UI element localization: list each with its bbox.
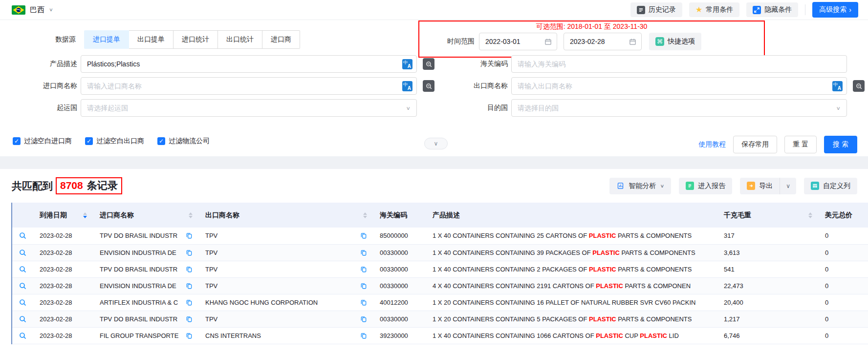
column-header-hs: 海关编码 xyxy=(373,203,426,228)
cell-importer-name: ENVISION INDUSTRIA DE xyxy=(93,244,198,261)
row-detail-search-icon[interactable] xyxy=(12,228,33,244)
checkbox-checked-icon[interactable]: ✓ xyxy=(85,137,93,145)
cell-arrival-date: 2023-02-28 xyxy=(33,327,93,344)
cell-arrival-date: 2023-02-28 xyxy=(33,277,93,294)
sort-carets-icon[interactable] xyxy=(804,212,812,218)
dest-country-input[interactable] xyxy=(518,104,836,112)
column-header-importer[interactable]: 进口商名称 xyxy=(93,203,198,228)
start-date-input[interactable]: 2022-03-01 xyxy=(479,33,557,50)
collapse-form-button[interactable]: ∨ xyxy=(424,138,448,149)
copy-icon[interactable] xyxy=(360,266,367,273)
row-detail-search-icon[interactable] xyxy=(12,327,33,344)
table-row[interactable]: 2023-02-28ENVISION INDUSTRIA DETPV003300… xyxy=(12,277,868,294)
copy-icon[interactable] xyxy=(186,266,193,273)
sort-carets-icon[interactable] xyxy=(359,212,367,218)
copy-icon[interactable] xyxy=(360,299,367,306)
datasource-tab[interactable]: 进口商 xyxy=(262,30,300,49)
datasource-tab[interactable]: 出口提单 xyxy=(129,30,174,49)
copy-icon[interactable] xyxy=(186,315,193,323)
row-detail-search-icon[interactable] xyxy=(12,277,33,294)
row-detail-search-icon[interactable] xyxy=(12,261,33,277)
copy-icon[interactable] xyxy=(186,332,193,339)
filter-checkbox[interactable]: ✓过滤物流公司 xyxy=(157,137,210,146)
table-row[interactable]: 2023-02-28FIL GROUP TRANSPORTECNS INTERT… xyxy=(12,327,868,344)
copy-icon[interactable] xyxy=(360,282,367,290)
checkbox-checked-icon[interactable]: ✓ xyxy=(157,137,165,145)
cell-importer-name-text: FIL GROUP TRANSPORTE xyxy=(100,332,178,339)
copy-icon[interactable] xyxy=(186,249,193,256)
enter-report-button[interactable]: 进入报告 xyxy=(679,178,732,194)
table-row[interactable]: 2023-02-28TPV DO BRASIL INDUSTRTPV850000… xyxy=(12,228,868,244)
count-number: 8708 xyxy=(60,180,83,191)
cell-importer-name-text: ARTIFLEX INDUSTRIA & C xyxy=(100,299,178,306)
smart-analysis-button[interactable]: 智能分析 ∨ xyxy=(609,178,671,194)
column-header-exporter[interactable]: 出口商名称 xyxy=(198,203,373,228)
translate-icon[interactable]: 中A xyxy=(402,81,412,91)
tutorial-link[interactable]: 使用教程 xyxy=(698,140,726,149)
reset-button[interactable]: 重 置 xyxy=(784,136,817,153)
row-detail-search-icon[interactable] xyxy=(12,294,33,311)
datasource-tab[interactable]: 出口统计 xyxy=(218,30,262,49)
copy-icon[interactable] xyxy=(186,282,193,290)
hs-code-input[interactable] xyxy=(518,60,843,68)
column-header-weight[interactable]: 千克毛重 xyxy=(717,203,818,228)
table-row[interactable]: 2023-02-28TPV DO BRASIL INDUSTRTPV003300… xyxy=(12,261,868,277)
export-dropdown-button[interactable]: ∨ xyxy=(780,178,796,194)
chevron-down-icon: ∨ xyxy=(49,7,53,12)
copy-icon[interactable] xyxy=(360,249,367,256)
table-row[interactable]: 2023-02-28ARTIFLEX INDUSTRIA & CKHANG NG… xyxy=(12,294,868,311)
datasource-tabs: 进口提单出口提单进口统计出口统计进口商 xyxy=(84,30,300,49)
cell-exporter-name-text: TPV xyxy=(205,315,217,323)
cell-exporter-name-text: CNS INTERTRANS xyxy=(205,332,261,339)
cell-usd-value: 0 xyxy=(818,261,868,277)
row-detail-search-icon[interactable] xyxy=(12,311,33,327)
filter-checkbox[interactable]: ✓过滤空白出口商 xyxy=(85,137,144,146)
copy-icon[interactable] xyxy=(360,232,367,239)
origin-country-select[interactable]: ∨ xyxy=(81,99,417,117)
search-button[interactable]: 搜 索 xyxy=(824,136,857,153)
end-date-input[interactable]: 2023-02-28 xyxy=(564,33,642,50)
dest-country-select[interactable]: ∨ xyxy=(511,99,847,117)
column-header-date[interactable]: 到港日期 xyxy=(33,203,93,228)
country-selector[interactable]: 巴西 ∨ xyxy=(12,5,53,15)
favorite-conditions-button[interactable]: ★ 常用条件 xyxy=(689,2,739,17)
origin-country-input[interactable] xyxy=(87,104,406,112)
history-label: 历史记录 xyxy=(649,5,676,14)
column-header-label: 美元总价 xyxy=(825,211,852,220)
advanced-search-button[interactable]: 高级搜索 › xyxy=(812,2,858,18)
translate-icon[interactable]: 中A xyxy=(832,81,843,91)
export-button[interactable]: 导出 xyxy=(740,182,780,190)
history-button[interactable]: 历史记录 xyxy=(630,2,682,17)
sort-carets-icon[interactable] xyxy=(185,212,193,218)
sort-carets-icon[interactable] xyxy=(79,212,87,218)
product-desc-input[interactable] xyxy=(87,60,402,68)
copy-icon[interactable] xyxy=(360,332,367,339)
cell-gross-weight: 22,473 xyxy=(717,277,818,294)
translate-icon[interactable]: 中A xyxy=(402,59,412,69)
quick-options-button[interactable]: ⌘ 快捷选项 xyxy=(649,33,701,50)
table-row[interactable]: 2023-02-28TPV DO BRASIL INDUSTRTPV003300… xyxy=(12,311,868,327)
copy-icon[interactable] xyxy=(360,315,367,323)
cell-importer-name: FIL GROUP TRANSPORTE xyxy=(93,327,198,344)
checkbox-checked-icon[interactable]: ✓ xyxy=(13,137,21,145)
cell-importer-name: ARTIFLEX INDUSTRIA & C xyxy=(93,294,198,311)
hide-conditions-button[interactable]: 隐藏条件 xyxy=(746,2,798,17)
datasource-tab[interactable]: 进口提单 xyxy=(84,30,129,49)
cell-importer-name-text: ENVISION INDUSTRIA DE xyxy=(100,282,176,290)
exporter-name-input[interactable] xyxy=(518,82,832,90)
exclude-search-icon[interactable] xyxy=(853,80,865,92)
dest-country-label: 目的国 xyxy=(431,104,511,112)
advanced-search-label: 高级搜索 xyxy=(819,5,846,14)
cell-importer-name-text: TPV DO BRASIL INDUSTR xyxy=(100,266,177,273)
importer-name-input[interactable] xyxy=(87,82,402,90)
row-detail-search-icon[interactable] xyxy=(12,244,33,261)
copy-icon[interactable] xyxy=(186,299,193,306)
topbar-divider xyxy=(805,4,805,15)
customize-columns-label: 自定义列 xyxy=(823,182,850,190)
filter-checkbox[interactable]: ✓过滤空白进口商 xyxy=(13,137,72,146)
copy-icon[interactable] xyxy=(186,232,193,239)
datasource-tab[interactable]: 进口统计 xyxy=(174,30,218,49)
table-row[interactable]: 2023-02-28ENVISION INDUSTRIA DETPV003300… xyxy=(12,244,868,261)
customize-columns-button[interactable]: 自定义列 xyxy=(804,178,857,194)
save-conditions-button[interactable]: 保存常用 xyxy=(733,136,777,153)
